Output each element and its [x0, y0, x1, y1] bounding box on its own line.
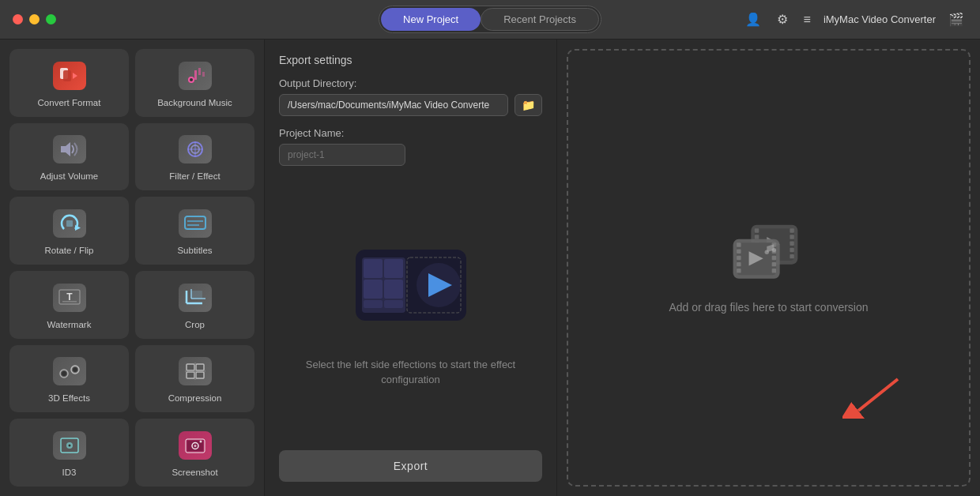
svg-marker-8 — [61, 142, 70, 156]
filter-effect-icon — [176, 133, 214, 165]
tile-watermark[interactable]: T Watermark — [9, 271, 129, 339]
tile-compression[interactable]: Compression — [135, 345, 254, 413]
svg-rect-1 — [63, 70, 71, 81]
svg-rect-32 — [196, 364, 204, 370]
output-directory-row: Output Directory: /Users/mac/Documents/i… — [279, 77, 542, 116]
settings-icon[interactable]: ⚙ — [774, 10, 791, 28]
effect-illustration — [332, 234, 490, 344]
tile-adjust-volume[interactable]: Adjust Volume — [9, 123, 129, 191]
effect-caption: Select the left side effections to start… — [306, 357, 515, 388]
svg-rect-63 — [790, 228, 793, 232]
convert-format-label: Convert Format — [38, 98, 101, 107]
svg-rect-52 — [384, 300, 403, 308]
project-name-row: Project Name: — [279, 127, 542, 166]
app-icon-button[interactable]: 🎬 — [945, 10, 967, 28]
compression-icon — [176, 355, 214, 387]
svg-point-30 — [73, 367, 77, 372]
adjust-volume-label: Adjust Volume — [40, 171, 99, 181]
output-directory-input-row: /Users/mac/Documents/iMyMac Video Conver… — [279, 94, 542, 116]
close-button[interactable] — [13, 14, 23, 24]
svg-rect-33 — [187, 372, 194, 378]
subtitles-icon — [176, 208, 214, 239]
tile-id3[interactable]: ID3 — [9, 419, 129, 487]
tab-recent-projects[interactable]: Recent Projects — [481, 8, 599, 31]
tile-background-music[interactable]: Background Music — [135, 49, 254, 117]
svg-rect-64 — [790, 235, 793, 239]
drop-caption: Add or drag files here to start conversi… — [669, 301, 868, 314]
project-name-label: Project Name: — [279, 127, 542, 139]
minimize-button[interactable] — [29, 14, 40, 24]
svg-marker-2 — [73, 73, 77, 79]
filter-effect-label: Filter / Effect — [169, 171, 220, 181]
tab-bar: New Project Recent Projects — [379, 6, 601, 33]
tile-crop[interactable]: Crop — [135, 271, 254, 339]
svg-rect-75 — [737, 269, 741, 272]
svg-rect-65 — [790, 242, 793, 246]
svg-rect-71 — [737, 242, 741, 246]
subtitles-label: Subtitles — [177, 246, 212, 255]
svg-rect-14 — [66, 220, 73, 227]
watermark-icon: T — [51, 282, 89, 314]
maximize-button[interactable] — [46, 14, 56, 24]
id3-label: ID3 — [62, 468, 77, 477]
adjust-volume-icon — [51, 133, 89, 165]
svg-point-82 — [764, 250, 768, 254]
svg-rect-51 — [364, 300, 383, 308]
svg-rect-74 — [737, 262, 741, 266]
tile-subtitles[interactable]: Subtitles — [135, 197, 254, 265]
app-name: iMyMac Video Converter — [824, 13, 936, 25]
crop-icon — [176, 282, 214, 314]
svg-rect-5 — [194, 70, 197, 80]
svg-rect-72 — [737, 250, 741, 254]
svg-rect-47 — [364, 259, 383, 278]
background-music-label: Background Music — [157, 98, 232, 107]
tile-rotate-flip[interactable]: Rotate / Flip — [9, 197, 129, 265]
middle-panel: Export settings Output Directory: /Users… — [265, 39, 557, 496]
project-name-input[interactable] — [279, 144, 405, 166]
svg-rect-48 — [384, 259, 403, 278]
compression-label: Compression — [168, 393, 222, 403]
svg-line-85 — [858, 379, 898, 411]
svg-rect-34 — [196, 372, 204, 378]
output-directory-value[interactable]: /Users/mac/Documents/iMyMac Video Conver… — [279, 94, 508, 116]
tile-screenshot[interactable]: Screenshot — [135, 419, 254, 487]
arrow-indicator — [842, 371, 906, 422]
export-button[interactable]: Export — [279, 450, 542, 482]
effects-sidebar: Convert Format Background Music — [0, 39, 265, 496]
svg-rect-73 — [737, 256, 741, 260]
main-content: Convert Format Background Music — [0, 39, 980, 496]
svg-rect-21 — [62, 301, 77, 302]
crop-label: Crop — [185, 320, 205, 329]
3d-effects-icon — [51, 355, 89, 387]
svg-rect-58 — [754, 228, 758, 232]
tab-new-project[interactable]: New Project — [381, 8, 481, 31]
account-icon[interactable]: 👤 — [742, 10, 764, 28]
title-bar: New Project Recent Projects 👤 ⚙ ≡ iMyMac… — [0, 0, 980, 39]
export-button-wrap: Export — [279, 450, 542, 482]
svg-rect-67 — [790, 254, 793, 258]
3d-effects-label: 3D Effects — [48, 393, 90, 403]
svg-rect-31 — [187, 364, 194, 370]
output-directory-label: Output Directory: — [279, 77, 542, 89]
convert-format-icon — [51, 60, 89, 92]
screenshot-label: Screenshot — [172, 468, 217, 477]
svg-point-4 — [190, 78, 193, 81]
svg-rect-50 — [384, 280, 403, 299]
background-music-icon — [176, 60, 214, 92]
tile-convert-format[interactable]: Convert Format — [9, 49, 129, 117]
traffic-lights — [13, 14, 56, 24]
svg-rect-7 — [202, 72, 205, 77]
drop-zone[interactable]: Add or drag files here to start conversi… — [567, 49, 971, 487]
svg-rect-78 — [771, 256, 775, 260]
id3-icon — [51, 430, 89, 461]
svg-rect-79 — [771, 262, 775, 266]
rotate-flip-label: Rotate / Flip — [45, 246, 94, 255]
tile-3d-effects[interactable]: 3D Effects — [9, 345, 129, 413]
svg-point-83 — [771, 248, 775, 252]
tile-filter-effect[interactable]: Filter / Effect — [135, 123, 254, 191]
menu-icon[interactable]: ≡ — [801, 11, 814, 28]
rotate-flip-icon — [51, 208, 89, 239]
svg-rect-26 — [191, 291, 202, 299]
browse-directory-button[interactable]: 📁 — [514, 94, 542, 116]
effect-preview-area: Select the left side effections to start… — [279, 177, 542, 444]
